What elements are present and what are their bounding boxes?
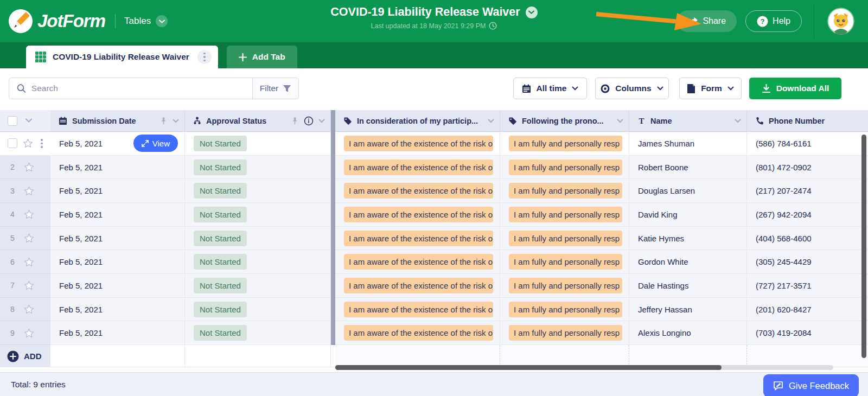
submission-date-cell[interactable]: Feb 5, 2021 — [50, 227, 185, 251]
form-button[interactable]: Form — [679, 78, 742, 99]
approval-status-cell[interactable]: Not Started — [185, 156, 331, 180]
star-icon[interactable] — [24, 186, 34, 196]
following-cell[interactable]: I am fully and personally resp — [500, 203, 629, 227]
consideration-cell[interactable]: I am aware of the existence of the risk … — [335, 132, 500, 156]
share-button[interactable]: Share — [677, 10, 737, 32]
phone-cell[interactable]: (703) 419-2084 — [747, 321, 868, 345]
following-cell[interactable]: I am fully and personally resp — [500, 250, 629, 274]
status-badge[interactable]: Not Started — [194, 278, 247, 293]
column-header-phone[interactable]: Phone Number — [747, 110, 868, 132]
status-badge[interactable]: Not Started — [194, 302, 247, 317]
pin-icon[interactable] — [159, 117, 168, 125]
frozen-column-divider[interactable] — [331, 110, 335, 132]
add-row-cell[interactable] — [629, 345, 747, 367]
vertical-scrollbar-thumb[interactable] — [861, 135, 866, 358]
star-icon[interactable] — [24, 328, 34, 338]
approval-status-cell[interactable]: Not Started — [185, 227, 331, 251]
name-cell[interactable]: David King — [629, 203, 747, 227]
submission-date-cell[interactable]: Feb 5, 2021 — [50, 321, 185, 345]
consideration-cell[interactable]: I am aware of the existence of the risk … — [335, 298, 500, 322]
give-feedback-button[interactable]: Give Feedback — [763, 374, 859, 396]
name-cell[interactable]: Robert Boone — [629, 156, 747, 180]
column-header-following[interactable]: Following the prono... — [500, 110, 629, 132]
star-icon[interactable] — [24, 257, 34, 267]
add-tab-button[interactable]: Add Tab — [227, 46, 297, 68]
chevron-down-icon[interactable] — [25, 118, 33, 123]
filter-button[interactable]: Filter — [252, 78, 298, 99]
form-title-dropdown[interactable]: COVID-19 Liability Release Waiver — [330, 5, 537, 19]
chevron-down-icon[interactable] — [488, 119, 494, 123]
add-row-cell[interactable] — [50, 345, 185, 367]
star-icon[interactable] — [24, 209, 34, 219]
star-icon[interactable] — [24, 233, 34, 243]
row-kebab-icon[interactable] — [39, 138, 45, 149]
approval-status-cell[interactable]: Not Started — [185, 321, 331, 345]
phone-cell[interactable]: (201) 620-8427 — [747, 298, 868, 322]
time-range-button[interactable]: All time — [513, 78, 587, 99]
title-chevron-down-icon[interactable] — [526, 7, 538, 18]
chevron-down-icon[interactable] — [318, 119, 325, 123]
view-button[interactable]: View — [133, 135, 178, 152]
chevron-down-icon[interactable] — [156, 15, 168, 27]
name-cell[interactable]: Douglas Larsen — [629, 179, 747, 203]
submission-date-cell[interactable]: Feb 5, 2021View — [50, 132, 185, 156]
info-icon[interactable] — [304, 116, 314, 126]
approval-status-cell[interactable]: Not Started — [185, 250, 331, 274]
status-badge[interactable]: Not Started — [194, 207, 247, 222]
status-badge[interactable]: Not Started — [194, 136, 247, 151]
chevron-down-icon[interactable] — [617, 119, 623, 123]
consideration-cell[interactable]: I am aware of the existence of the risk … — [335, 203, 500, 227]
search-input[interactable] — [31, 84, 245, 93]
column-header-approval-status[interactable]: Approval Status — [185, 110, 331, 132]
pin-icon[interactable] — [291, 117, 299, 125]
tab-covid-waiver[interactable]: COVID-19 Liability Release Waiver — [26, 46, 218, 68]
star-icon[interactable] — [24, 304, 34, 314]
star-icon[interactable] — [23, 138, 33, 148]
phone-cell[interactable]: (217) 207-2474 — [747, 179, 868, 203]
submission-date-cell[interactable]: Feb 5, 2021 — [50, 250, 185, 274]
user-avatar[interactable] — [827, 8, 854, 35]
status-badge[interactable]: Not Started — [194, 183, 247, 199]
column-header-consideration[interactable]: In consideration of my particip... — [335, 110, 500, 132]
submission-date-cell[interactable]: Feb 5, 2021 — [50, 298, 185, 322]
approval-status-cell[interactable]: Not Started — [185, 132, 331, 156]
consideration-cell[interactable]: I am aware of the existence of the risk … — [335, 156, 500, 180]
columns-button[interactable]: Columns — [595, 78, 669, 99]
approval-status-cell[interactable]: Not Started — [185, 179, 331, 203]
phone-cell[interactable]: (404) 568-4600 — [747, 227, 868, 251]
add-entry-button[interactable]: ADD — [0, 345, 50, 367]
consideration-cell[interactable]: I am aware of the existence of the risk … — [335, 321, 500, 345]
name-cell[interactable]: Alexis Longino — [629, 321, 747, 345]
star-icon[interactable] — [24, 280, 34, 290]
following-cell[interactable]: I am fully and personally resp — [500, 179, 629, 203]
status-badge[interactable]: Not Started — [194, 231, 247, 246]
following-cell[interactable]: I am fully and personally resp — [500, 274, 629, 298]
row-checkbox[interactable] — [8, 138, 17, 148]
search-box[interactable] — [9, 78, 252, 99]
chevron-down-icon[interactable] — [735, 119, 741, 123]
phone-cell[interactable]: (267) 942-2094 — [747, 203, 868, 227]
phone-cell[interactable]: (586) 784-6161 — [747, 132, 868, 156]
submission-date-cell[interactable]: Feb 5, 2021 — [50, 274, 185, 298]
add-row-cell[interactable] — [185, 345, 331, 367]
tables-dropdown[interactable]: Tables — [124, 15, 168, 27]
submission-date-cell[interactable]: Feb 5, 2021 — [50, 179, 185, 203]
consideration-cell[interactable]: I am aware of the existence of the risk … — [335, 274, 500, 298]
submission-date-cell[interactable]: Feb 5, 2021 — [50, 203, 185, 227]
add-row-cell[interactable] — [747, 345, 868, 367]
following-cell[interactable]: I am fully and personally resp — [500, 227, 629, 251]
select-all-checkbox[interactable] — [8, 116, 17, 126]
column-header-submission-date[interactable]: Submission Date — [50, 110, 185, 132]
following-cell[interactable]: I am fully and personally resp — [500, 298, 629, 322]
help-button[interactable]: ? Help — [745, 10, 802, 32]
horizontal-scrollbar-track[interactable] — [335, 365, 833, 370]
name-cell[interactable]: Dale Hastings — [629, 274, 747, 298]
add-row-cell[interactable] — [335, 345, 500, 367]
submission-date-cell[interactable]: Feb 5, 2021 — [50, 156, 185, 180]
following-cell[interactable]: I am fully and personally resp — [500, 132, 629, 156]
status-badge[interactable]: Not Started — [194, 254, 247, 270]
name-cell[interactable]: James Shuman — [629, 132, 747, 156]
phone-cell[interactable]: (305) 245-4429 — [747, 250, 868, 274]
approval-status-cell[interactable]: Not Started — [185, 298, 331, 322]
add-row-cell[interactable] — [500, 345, 629, 367]
